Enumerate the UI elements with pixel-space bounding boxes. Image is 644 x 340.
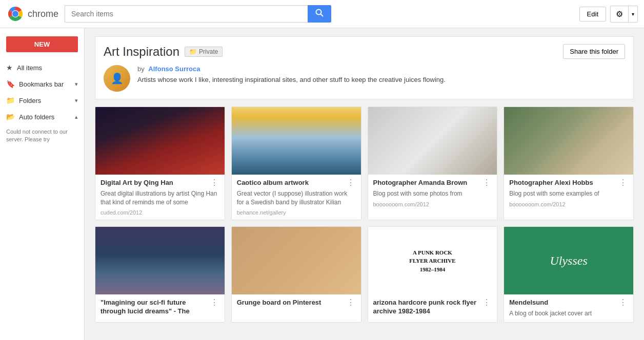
item-title-row: Mendelsund ⋮ <box>509 299 628 307</box>
avatar: 👤 <box>104 65 130 92</box>
svg-line-4 <box>321 14 324 17</box>
sidebar-item-bookmarks-bar[interactable]: 🔖 Bookmarks bar ▾ <box>0 76 84 92</box>
sidebar-item-folders[interactable]: 📁 Folders ▾ <box>0 92 84 109</box>
item-body: arizona hardcore punk rock flyer archive… <box>368 294 497 320</box>
item-card[interactable]: A PUNK ROCKFLYER ARCHIVE1982–1984 arizon… <box>368 226 498 323</box>
chevron-down-icon: ▾ <box>75 81 78 88</box>
edit-button[interactable]: Edit <box>579 7 606 22</box>
thumb-text: Ulysses <box>550 254 587 268</box>
item-menu-button[interactable]: ⋮ <box>346 179 356 187</box>
folder-description: Artists whose work I like, interesting i… <box>137 75 625 85</box>
folder-small-icon: 📁 <box>189 48 197 55</box>
item-body: Caotico album artwork ⋮ Great vector (I … <box>232 175 361 220</box>
chrome-icon <box>6 5 25 23</box>
header: chrome Edit ⚙ ▾ <box>0 0 644 28</box>
item-body: Digital Art by Qing Han ⋮ Great digital … <box>95 175 225 220</box>
chevron-down-icon: ▾ <box>632 11 634 17</box>
search-input[interactable] <box>65 5 308 23</box>
gear-button[interactable]: ⚙ <box>610 6 629 23</box>
item-description: Great vector (I suppose) illustration wo… <box>237 189 356 207</box>
privacy-label: Private <box>199 48 218 55</box>
item-thumbnail <box>232 227 361 294</box>
item-title: Caotico album artwork <box>237 179 344 187</box>
folder-meta: 👤 by Alfonso Surroca Artists whose work … <box>104 65 625 92</box>
item-card[interactable]: Ulysses Mendelsund ⋮ A blog of book jack… <box>504 226 634 323</box>
item-thumbnail <box>95 107 225 175</box>
star-icon: ★ <box>6 63 13 72</box>
svg-point-2 <box>12 11 18 17</box>
sidebar: NEW ★ All items 🔖 Bookmarks bar ▾ 📁 Fold… <box>0 28 85 340</box>
brand-name: chrome <box>28 9 58 19</box>
folder-title-row: Art Inspiration 📁 Private Share this fol… <box>104 44 625 59</box>
item-card[interactable]: "Imagining our sci-fi future through luc… <box>95 226 225 323</box>
item-url: booooooom.com/2012 <box>373 201 492 207</box>
item-url: cuded.com/2012 <box>100 209 219 216</box>
item-body: Photographer Amanda Brown ⋮ Blog post wi… <box>368 175 497 211</box>
sidebar-item-label: Folders <box>19 97 71 104</box>
item-menu-button[interactable]: ⋮ <box>481 299 492 307</box>
item-description: A blog of book jacket cover art <box>509 309 628 318</box>
auto-folder-icon: 📂 <box>6 113 15 121</box>
gear-group: ⚙ ▾ <box>610 6 638 23</box>
sidebar-item-label: Bookmarks bar <box>19 80 71 88</box>
share-folder-button[interactable]: Share this folder <box>563 44 625 59</box>
item-description: Blog post with some examples of <box>509 189 628 198</box>
folder-info: by Alfonso Surroca Artists whose work I … <box>137 65 625 85</box>
search-icon <box>315 9 324 17</box>
sidebar-error: Could not connect to our server. Please … <box>0 125 84 147</box>
sidebar-item-all-items[interactable]: ★ All items <box>0 59 84 76</box>
author-row: by Alfonso Surroca <box>137 65 625 73</box>
sidebar-item-label: Auto folders <box>19 113 71 121</box>
author-name[interactable]: Alfonso Surroca <box>148 65 200 73</box>
svg-point-3 <box>316 10 321 15</box>
header-right: Edit ⚙ ▾ <box>579 6 638 23</box>
item-menu-button[interactable]: ⋮ <box>481 179 492 187</box>
chevron-up-icon: ▴ <box>75 114 78 120</box>
item-thumbnail <box>232 107 361 175</box>
item-body: Grunge board on Pinterest ⋮ <box>232 294 361 311</box>
item-card[interactable]: Grunge board on Pinterest ⋮ <box>231 226 361 323</box>
gear-icon: ⚙ <box>616 10 623 18</box>
item-menu-button[interactable]: ⋮ <box>618 299 628 307</box>
item-card[interactable]: Photographer Amanda Brown ⋮ Blog post wi… <box>368 107 498 220</box>
item-thumbnail: Ulysses <box>504 227 633 294</box>
item-title-row: Digital Art by Qing Han ⋮ <box>100 179 219 187</box>
thumb-text: A PUNK ROCKFLYER ARCHIVE1982–1984 <box>405 244 459 278</box>
search-container <box>65 5 331 23</box>
author-prefix: by <box>137 65 145 73</box>
folder-header: Art Inspiration 📁 Private Share this fol… <box>95 36 634 99</box>
item-title: Mendelsund <box>509 299 616 307</box>
header-dropdown-button[interactable]: ▾ <box>629 6 638 23</box>
chrome-logo: chrome <box>6 5 58 23</box>
folder-title: Art Inspiration <box>104 45 179 59</box>
item-thumbnail <box>504 107 633 175</box>
sidebar-item-auto-folders[interactable]: 📂 Auto folders ▴ <box>0 109 84 125</box>
item-thumbnail <box>368 107 497 175</box>
item-card[interactable]: Photographer Alexi Hobbs ⋮ Blog post wit… <box>504 107 634 220</box>
item-menu-button[interactable]: ⋮ <box>618 179 628 187</box>
item-title-row: Photographer Alexi Hobbs ⋮ <box>509 179 628 187</box>
sidebar-item-label: All items <box>17 64 78 72</box>
item-menu-button[interactable]: ⋮ <box>209 299 219 307</box>
item-card[interactable]: Digital Art by Qing Han ⋮ Great digital … <box>95 107 225 220</box>
folder-icon: 📁 <box>6 96 15 104</box>
item-card[interactable]: Caotico album artwork ⋮ Great vector (I … <box>231 107 361 220</box>
item-thumbnail: A PUNK ROCKFLYER ARCHIVE1982–1984 <box>368 227 497 294</box>
bookmark-icon: 🔖 <box>6 80 15 88</box>
item-menu-button[interactable]: ⋮ <box>209 179 219 187</box>
item-description: Great digital illustrations by artist Qi… <box>100 189 219 207</box>
search-button[interactable] <box>308 5 331 23</box>
item-title: "Imagining our sci-fi future through luc… <box>100 299 207 316</box>
item-description: Blog post with some photos from <box>373 189 492 198</box>
new-button[interactable]: NEW <box>6 36 78 52</box>
chevron-down-icon: ▾ <box>75 97 78 104</box>
item-body: Mendelsund ⋮ A blog of book jacket cover… <box>504 294 633 322</box>
item-title-row: Photographer Amanda Brown ⋮ <box>373 179 492 187</box>
avatar-image: 👤 <box>104 65 130 92</box>
item-title: Photographer Amanda Brown <box>373 179 480 187</box>
item-title: Grunge board on Pinterest <box>237 299 344 307</box>
item-body: Photographer Alexi Hobbs ⋮ Blog post wit… <box>504 175 633 211</box>
item-url: behance.net/gallery <box>237 209 356 216</box>
item-menu-button[interactable]: ⋮ <box>346 299 356 307</box>
item-title: arizona hardcore punk rock flyer archive… <box>373 299 480 316</box>
